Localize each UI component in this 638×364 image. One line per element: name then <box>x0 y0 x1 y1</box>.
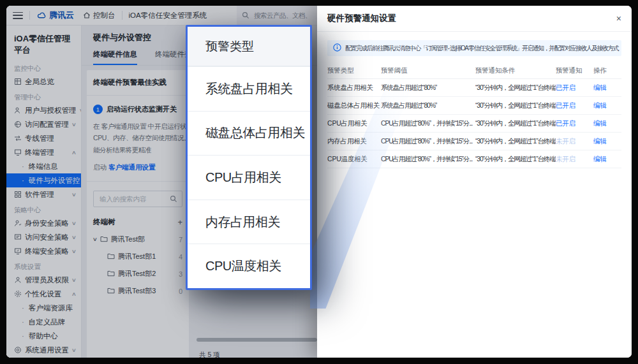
alert-condition: “30”分钟内，全网超过“1”台终端... <box>475 155 556 164</box>
col-action: 操作 <box>593 66 621 75</box>
alert-condition: “30”分钟内，全网超过“1”台终端... <box>475 119 556 128</box>
callout-row: 内存占用相关 <box>188 200 310 244</box>
table-row: 磁盘总体占用相关 系统盘占用超过“80%” “30”分钟内，全网超过“1”台终端… <box>327 97 621 115</box>
alert-type: CPU温度相关 <box>327 155 381 164</box>
alert-threshold: CPU占用超过“80%”，并持续“15”分... <box>381 137 475 146</box>
drawer-title: 硬件预警通知设置 <box>327 13 396 24</box>
alert-threshold: CPU占用超过“80%”，并持续“15”分... <box>381 119 475 128</box>
notice-text: 配置完成后前往腾讯云消息中心「订阅管理 - 选择iOA 零信任安全管理系统」开启… <box>345 44 618 53</box>
status-badge: 未开启 <box>556 155 593 164</box>
alert-type: 磁盘总体占用相关 <box>327 101 381 110</box>
alert-condition: “30”分钟内，全网超过“1”台终端... <box>475 84 556 92</box>
alert-threshold: CPU占用超过“80%”，并持续“15”分... <box>381 155 475 164</box>
alert-type: 内存占用相关 <box>327 137 381 146</box>
callout-header: 预警类型 <box>188 27 310 66</box>
status-badge: 已开启 <box>556 101 593 110</box>
col-threshold: 预警阈值 <box>381 66 475 75</box>
table-header-row: 预警类型 预警阈值 预警通知条件 预警通知 操作 <box>327 62 621 79</box>
hardware-alert-drawer: 硬件预警通知设置 × 配置完成后前往腾讯云消息中心「订阅管理 - 选择iOA 零… <box>317 6 632 358</box>
callout-row: CPU温度相关 <box>188 244 310 288</box>
edit-button[interactable]: 编辑 <box>593 155 621 164</box>
callout-row: 磁盘总体占用相关 <box>188 111 310 156</box>
edit-button[interactable]: 编辑 <box>593 101 621 110</box>
col-condition: 预警通知条件 <box>475 66 556 75</box>
table-row: CPU占用相关 CPU占用超过“80%”，并持续“15”分... “30”分钟内… <box>327 115 621 133</box>
status-badge: 已开启 <box>556 84 593 92</box>
info-icon <box>333 43 341 54</box>
alert-threshold: 系统盘占用超过“80%” <box>381 84 475 92</box>
table-row: CPU温度相关 CPU占用超过“80%”，并持续“15”分... “30”分钟内… <box>327 150 621 168</box>
callout-row: CPU占用相关 <box>188 155 310 200</box>
alert-type: 系统盘占用相关 <box>327 84 381 92</box>
alert-type-zoom-callout: 预警类型 系统盘占用相关 磁盘总体占用相关 CPU占用相关 内存占用相关 CPU… <box>186 25 312 290</box>
table-row: 系统盘占用相关 系统盘占用超过“80%” “30”分钟内，全网超过“1”台终端.… <box>327 79 621 97</box>
alert-type: CPU占用相关 <box>327 119 381 128</box>
col-notify: 预警通知 <box>556 66 593 75</box>
edit-button[interactable]: 编辑 <box>593 137 621 146</box>
table-row: 内存占用相关 CPU占用超过“80%”，并持续“15”分... “30”分钟内，… <box>327 133 621 150</box>
alert-table: 预警类型 预警阈值 预警通知条件 预警通知 操作 系统盘占用相关 系统盘占用超过… <box>317 62 632 168</box>
close-icon[interactable]: × <box>616 14 621 23</box>
col-type: 预警类型 <box>327 66 381 75</box>
edit-button[interactable]: 编辑 <box>593 119 621 128</box>
edit-button[interactable]: 编辑 <box>593 84 621 92</box>
alert-condition: “30”分钟内，全网超过“1”台终端... <box>475 101 556 110</box>
callout-row: 系统盘占用相关 <box>188 66 310 111</box>
alert-threshold: 系统盘占用超过“80%” <box>381 101 475 110</box>
drawer-header: 硬件预警通知设置 × <box>317 6 632 32</box>
notice-banner: 配置完成后前往腾讯云消息中心「订阅管理 - 选择iOA 零信任安全管理系统」开启… <box>327 40 621 56</box>
app-window: 腾讯云 控制台 iOA零信任安全管理系统 iOA零信任管理平台 监控中心 <box>6 6 632 358</box>
status-badge: 已开启 <box>556 119 593 128</box>
alert-condition: “30”分钟内，全网超过“1”台终端... <box>475 137 556 146</box>
status-badge: 未开启 <box>556 137 593 146</box>
